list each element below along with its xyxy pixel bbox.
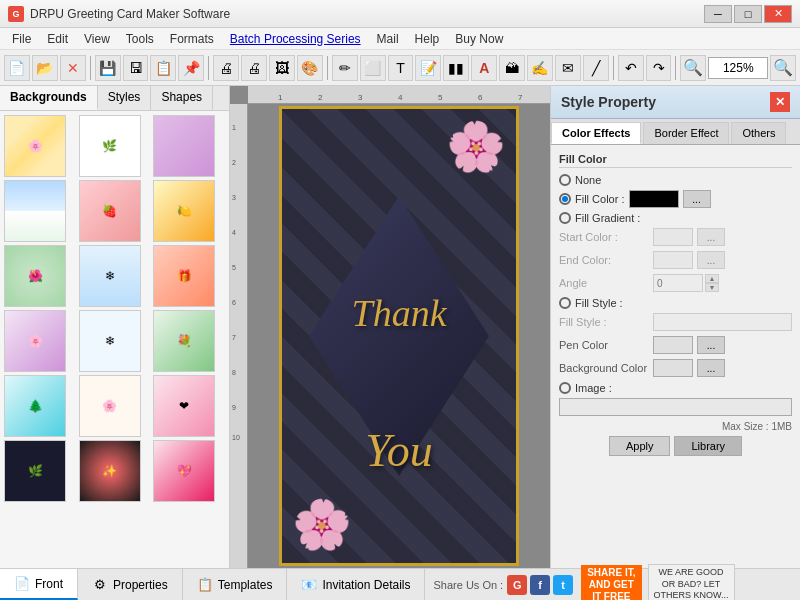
style-close-button[interactable]: ✕ xyxy=(770,92,790,112)
menu-view[interactable]: View xyxy=(76,30,118,48)
tab-invitation[interactable]: 📧 Invitation Details xyxy=(287,569,425,600)
font-btn[interactable]: A xyxy=(471,55,497,81)
image-path-input[interactable] xyxy=(559,398,792,416)
copy-btn[interactable]: 📋 xyxy=(150,55,176,81)
menu-edit[interactable]: Edit xyxy=(39,30,76,48)
redo-btn[interactable]: ↷ xyxy=(646,55,672,81)
fill-gradient-radio[interactable] xyxy=(559,212,571,224)
new-btn[interactable]: 📄 xyxy=(4,55,30,81)
menu-mail[interactable]: Mail xyxy=(369,30,407,48)
undo-btn[interactable]: ↶ xyxy=(618,55,644,81)
card-text-you: You xyxy=(365,423,432,476)
tab-templates[interactable]: 📋 Templates xyxy=(183,569,288,600)
none-radio[interactable] xyxy=(559,174,571,186)
maximize-button[interactable]: □ xyxy=(734,5,762,23)
list-item[interactable]: 🎁 xyxy=(153,245,215,307)
shape-btn[interactable]: ⬜ xyxy=(360,55,386,81)
zoom-in-btn[interactable]: 🔍 xyxy=(680,55,706,81)
end-color-row: End Color: ... xyxy=(559,251,792,269)
textbox-btn[interactable]: 📝 xyxy=(415,55,441,81)
img-btn[interactable]: 🖼 xyxy=(269,55,295,81)
minimize-button[interactable]: ─ xyxy=(704,5,732,23)
menu-formats[interactable]: Formats xyxy=(162,30,222,48)
facebook-share-icon[interactable]: f xyxy=(530,575,550,595)
sep3 xyxy=(327,56,328,80)
share-banner[interactable]: SHARE IT, AND GET IT FREE xyxy=(581,565,641,601)
menu-tools[interactable]: Tools xyxy=(118,30,162,48)
tab-front[interactable]: 📄 Front xyxy=(0,569,78,600)
close-button[interactable]: ✕ xyxy=(764,5,792,23)
image-radio[interactable] xyxy=(559,382,571,394)
menu-help[interactable]: Help xyxy=(407,30,448,48)
list-item[interactable]: ❤ xyxy=(153,375,215,437)
list-item[interactable] xyxy=(153,115,215,177)
pen-color-btn[interactable]: ... xyxy=(697,336,725,354)
list-item[interactable]: ❄ xyxy=(79,310,141,372)
save-btn[interactable]: 💾 xyxy=(95,55,121,81)
twitter-share-icon[interactable]: t xyxy=(553,575,573,595)
bg-color-btn[interactable]: ... xyxy=(697,359,725,377)
list-item[interactable]: 🌿 xyxy=(79,115,141,177)
barcode-btn[interactable]: ▮▮ xyxy=(443,55,469,81)
fill-style-radio[interactable] xyxy=(559,297,571,309)
list-item[interactable]: ❄ xyxy=(79,245,141,307)
list-item[interactable]: 🌸 xyxy=(79,375,141,437)
panel-scroll[interactable]: 🌸 🌿 🍓 🍋 🌺 ❄ 🎁 🌸 ❄ 💐 🌲 🌸 ❤ 🌿 ✨ 💖 xyxy=(0,111,229,568)
list-item[interactable]: 🌺 xyxy=(4,245,66,307)
tab-backgrounds[interactable]: Backgrounds xyxy=(0,86,98,110)
tab-others[interactable]: Others xyxy=(731,122,786,144)
list-item[interactable]: 💖 xyxy=(153,440,215,502)
menu-buynow[interactable]: Buy Now xyxy=(447,30,511,48)
library-button[interactable]: Library xyxy=(674,436,742,456)
tab-styles[interactable]: Styles xyxy=(98,86,152,110)
mail-btn[interactable]: ✉ xyxy=(555,55,581,81)
fill-color-picker-btn[interactable]: ... xyxy=(683,190,711,208)
tab-border-effect[interactable]: Border Effect xyxy=(643,122,729,144)
card-canvas[interactable]: 🌸 🌸 Thank You xyxy=(248,104,550,568)
draw-btn[interactable]: ✏ xyxy=(332,55,358,81)
google-share-icon[interactable]: G xyxy=(507,575,527,595)
list-item[interactable]: 💐 xyxy=(153,310,215,372)
print-btn[interactable]: 🖨 xyxy=(213,55,239,81)
text-btn[interactable]: T xyxy=(388,55,414,81)
end-color-swatch[interactable] xyxy=(653,251,693,269)
zoom-out-btn[interactable]: 🔍 xyxy=(770,55,796,81)
angle-up[interactable]: ▲ xyxy=(705,274,719,283)
greeting-card[interactable]: 🌸 🌸 Thank You xyxy=(279,106,519,566)
start-color-swatch[interactable] xyxy=(653,228,693,246)
angle-input[interactable] xyxy=(653,274,703,292)
save2-btn[interactable]: 🖫 xyxy=(123,55,149,81)
pen-color-swatch[interactable] xyxy=(653,336,693,354)
tab-properties[interactable]: ⚙ Properties xyxy=(78,569,183,600)
list-item[interactable]: 🍋 xyxy=(153,180,215,242)
list-item[interactable]: 🌸 xyxy=(4,310,66,372)
color-btn[interactable]: 🎨 xyxy=(297,55,323,81)
fill-color-swatch[interactable] xyxy=(629,190,679,208)
bg-color-swatch[interactable] xyxy=(653,359,693,377)
list-item[interactable]: 🌸 xyxy=(4,115,66,177)
delete-btn[interactable]: ✕ xyxy=(60,55,86,81)
start-color-btn[interactable]: ... xyxy=(697,228,725,246)
good-bad-banner[interactable]: WE ARE GOOD OR BAD? LET OTHERS KNOW... xyxy=(648,564,735,600)
menu-file[interactable]: File xyxy=(4,30,39,48)
list-item[interactable]: 🌿 xyxy=(4,440,66,502)
end-color-btn[interactable]: ... xyxy=(697,251,725,269)
list-item[interactable] xyxy=(4,180,66,242)
zoom-level[interactable]: 125% xyxy=(708,57,768,79)
tab-color-effects[interactable]: Color Effects xyxy=(551,122,641,144)
fill-color-radio[interactable] xyxy=(559,193,571,205)
angle-down[interactable]: ▼ xyxy=(705,283,719,292)
open-btn[interactable]: 📂 xyxy=(32,55,58,81)
print2-btn[interactable]: 🖨 xyxy=(241,55,267,81)
line-btn[interactable]: ╱ xyxy=(583,55,609,81)
tab-shapes[interactable]: Shapes xyxy=(151,86,213,110)
list-item[interactable]: 🌲 xyxy=(4,375,66,437)
menu-batch[interactable]: Batch Processing Series xyxy=(222,30,369,48)
list-item[interactable]: 🍓 xyxy=(79,180,141,242)
fill-style-dropdown[interactable] xyxy=(653,313,792,331)
sig-btn[interactable]: ✍ xyxy=(527,55,553,81)
pic-btn[interactable]: 🏔 xyxy=(499,55,525,81)
paste-btn[interactable]: 📌 xyxy=(178,55,204,81)
list-item[interactable]: ✨ xyxy=(79,440,141,502)
apply-button[interactable]: Apply xyxy=(609,436,671,456)
